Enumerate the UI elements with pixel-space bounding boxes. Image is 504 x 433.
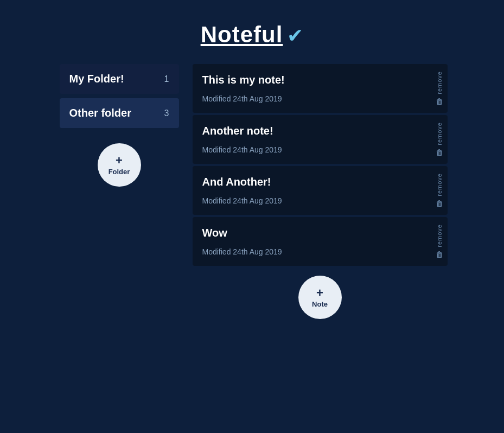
note-modified: Modified 24th Aug 2019 [202, 145, 420, 154]
header: Noteful✔ [201, 22, 304, 48]
main-content: My Folder! 1 Other folder 3 + Folder Thi… [57, 64, 448, 319]
app-title: Noteful [201, 22, 283, 47]
note-title: And Another! [202, 176, 420, 188]
add-folder-label: Folder [109, 168, 130, 176]
note-title: Wow [202, 227, 420, 239]
note-modified: Modified 24th Aug 2019 [202, 94, 420, 103]
trash-icon: 🗑 [436, 148, 443, 157]
folder-name: My Folder! [69, 73, 124, 85]
add-note-label: Note [312, 300, 328, 308]
remove-label: remove [436, 224, 443, 247]
add-note-container: + Note [193, 276, 448, 319]
notes-panel: This is my note! Modified 24th Aug 2019 … [193, 64, 448, 319]
add-folder-plus-icon: + [116, 155, 123, 167]
note-card-4[interactable]: Wow Modified 24th Aug 2019 remove 🗑 [193, 217, 448, 266]
note-title: This is my note! [202, 74, 420, 86]
folder-item-other-folder[interactable]: Other folder 3 [60, 98, 179, 128]
app-container: Noteful✔ My Folder! 1 Other folder 3 + F… [0, 0, 504, 433]
sidebar: My Folder! 1 Other folder 3 + Folder [57, 64, 182, 319]
folder-item-my-folder[interactable]: My Folder! 1 [60, 64, 179, 94]
add-folder-button[interactable]: + Folder [98, 143, 141, 187]
remove-note-4-button[interactable]: remove 🗑 [431, 217, 448, 266]
remove-label: remove [436, 173, 443, 196]
remove-note-1-button[interactable]: remove 🗑 [431, 64, 448, 113]
remove-note-3-button[interactable]: remove 🗑 [431, 166, 448, 215]
folder-count: 3 [164, 109, 169, 118]
trash-icon: 🗑 [436, 97, 443, 106]
folder-count: 1 [164, 74, 169, 84]
note-card-3[interactable]: And Another! Modified 24th Aug 2019 remo… [193, 166, 448, 215]
trash-icon: 🗑 [436, 250, 443, 259]
note-modified: Modified 24th Aug 2019 [202, 247, 420, 256]
remove-label: remove [436, 122, 443, 145]
add-note-button[interactable]: + Note [298, 276, 342, 319]
checkmark-icon: ✔ [287, 24, 303, 47]
note-card-1[interactable]: This is my note! Modified 24th Aug 2019 … [193, 64, 448, 113]
note-title: Another note! [202, 125, 420, 137]
add-note-plus-icon: + [316, 287, 323, 299]
note-card-2[interactable]: Another note! Modified 24th Aug 2019 rem… [193, 115, 448, 164]
remove-note-2-button[interactable]: remove 🗑 [431, 115, 448, 164]
remove-label: remove [436, 71, 443, 94]
note-modified: Modified 24th Aug 2019 [202, 196, 420, 205]
folder-name: Other folder [69, 107, 131, 119]
trash-icon: 🗑 [436, 199, 443, 208]
